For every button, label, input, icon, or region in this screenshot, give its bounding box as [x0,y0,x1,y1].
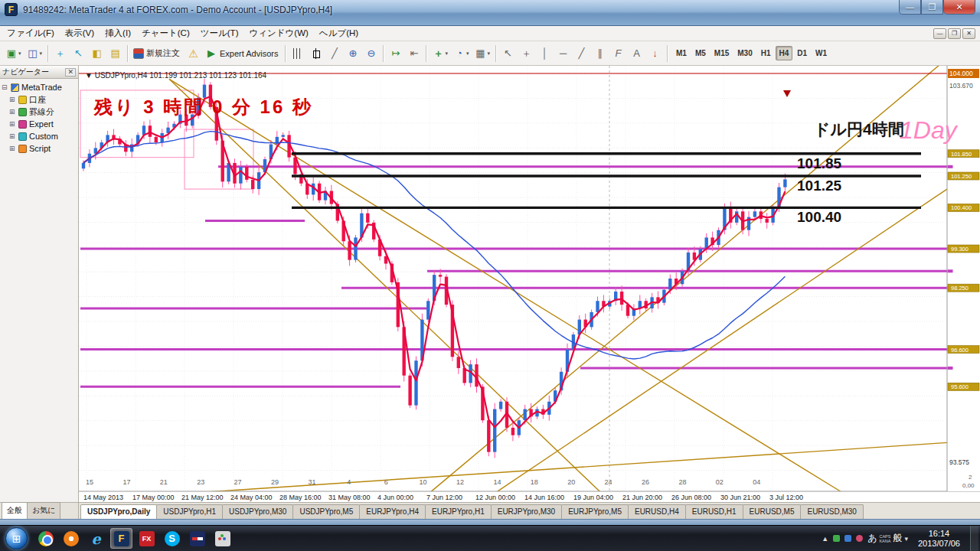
chart-tab-eurusd-h1[interactable]: EURUSD,H1 [685,504,743,519]
menu-item-5[interactable]: ウィンドウ(W) [243,26,313,41]
timeframe-button-h1[interactable]: H1 [757,46,775,60]
menu-item-0[interactable]: ファイル(F) [2,26,60,41]
channel-tool-button[interactable]: ∥ [591,44,609,63]
cursor-tool-button[interactable]: ↖ [499,44,517,63]
chart-tab-usdjpypro-m30[interactable]: USDJPYpro,M30 [222,504,293,519]
ime-input-mode[interactable]: あ [867,532,877,545]
vertical-line-tool-button[interactable]: │ [536,44,554,63]
tree-item-expert-advisors[interactable]: ⊞ Expert [2,118,78,130]
close-button[interactable]: ✕ [943,0,975,15]
chart-tab-eurjpypro-h4[interactable]: EURJPYpro,H4 [359,504,426,519]
svg-text:23: 23 [197,478,204,486]
chart-tab-eurjpypro-m30[interactable]: EURJPYpro,M30 [491,504,562,519]
mdi-restore-button[interactable]: ❐ [948,28,961,39]
minimize-button[interactable]: — [899,0,921,15]
taskbar-media-player-icon[interactable] [60,528,82,549]
new-chart-button[interactable]: ▣▾ [3,44,24,63]
tree-item-custom-indicators[interactable]: ⊞ Custom [2,130,78,142]
volume-tray-icon[interactable] [856,535,863,542]
tree-item-scripts[interactable]: ⊞ Script [2,142,78,155]
taskbar-skype-icon[interactable]: S [161,528,183,549]
indicators-button[interactable]: ＋▾ [430,44,450,63]
timeframe-button-m5[interactable]: M5 [691,46,710,60]
menu-item-4[interactable]: ツール(T) [195,26,244,41]
maximize-button[interactable]: ❐ [921,0,943,15]
crosshair-tool-button[interactable]: ＋ [518,44,535,63]
svg-text:15: 15 [86,478,93,486]
chart-tab-eurusd-m30[interactable]: EURUSD,M30 [800,504,863,519]
zoom-in-button[interactable]: ⊕ [344,44,361,63]
tree-item-indicators[interactable]: ⊞ 罫線分 [2,106,78,118]
chart-tab-usdjpypro-daily[interactable]: USDJPYpro,Daily [80,504,157,519]
svg-text:101.250: 101.250 [951,173,972,180]
navigator-tab-common[interactable]: 全般 [2,502,28,519]
svg-text:10: 10 [420,478,427,486]
menu-item-3[interactable]: チャート(C) [136,26,195,41]
indicators-icon: ＋ [432,47,444,60]
tree-root-metatrader[interactable]: ⊟ MetaTrade [2,81,78,93]
chart-tab-eurjpypro-h1[interactable]: EURJPYpro,H1 [425,504,492,519]
text-tool-button[interactable]: A [628,44,645,63]
mdi-minimize-button[interactable]: — [933,28,946,39]
horizontal-line-tool-button[interactable]: ─ [554,44,572,63]
market-watch-button[interactable]: ＋ [51,44,69,63]
candlestick-type-button[interactable] [307,44,325,63]
expert-advisors-icon: ▶ [205,47,217,60]
chart-window[interactable]: 101.85101.25100.401517212327293146101214… [79,66,980,502]
navigator-button[interactable]: ↖ [70,44,87,63]
chart-tab-eurusd-m5[interactable]: EURUSD,M5 [743,504,802,519]
timeframe-button-h4[interactable]: H4 [776,46,793,60]
menu-bar: ファイル(F)表示(V)挿入(I)チャート(C)ツール(T)ウィンドウ(W)ヘル… [0,26,980,41]
trendline-tool-button[interactable]: ╱ [573,44,590,63]
timeframe-button-m15[interactable]: M15 [710,46,733,60]
network-tray-icon[interactable] [844,535,851,542]
chart-tab-usdjpypro-h1[interactable]: USDJPYpro,H1 [156,504,223,519]
menu-item-1[interactable]: 表示(V) [60,26,100,41]
ime-language-bar[interactable]: あ CAPS KANA 般 ▾ [867,532,908,545]
navigator-close-icon[interactable]: ✕ [65,68,76,77]
hidden-icons-arrow[interactable]: ▲ [822,535,828,543]
new-order-button[interactable]: 新規注文 [131,44,184,63]
data-window-button[interactable]: ◧ [88,44,106,63]
profiles-button[interactable]: ◫▾ [24,44,45,63]
taskbar-chrome-icon[interactable] [34,528,57,549]
ime-conversion-mode[interactable]: 般 [893,532,902,545]
start-button[interactable]: ⊞ [5,527,28,549]
timeframe-button-d1[interactable]: D1 [793,46,811,60]
taskbar-clock[interactable]: 16:14 2013/07/06 [913,529,965,548]
fibonacci-tool-button[interactable]: F [609,44,627,63]
chart-tab-eurjpypro-m5[interactable]: EURJPYpro,M5 [561,504,629,519]
chart-tab-usdjpypro-m5[interactable]: USDJPYpro,M5 [292,504,360,519]
taskbar-internet-explorer-icon[interactable]: e [85,528,107,549]
arrows-tool-button[interactable]: ↓ [646,44,664,63]
price-chart[interactable]: 101.85101.25100.401517212327293146101214… [79,66,980,502]
taskbar-paint-icon[interactable] [211,528,234,549]
svg-text:17: 17 [122,478,130,486]
zoom-out-button[interactable]: ⊖ [362,44,380,63]
expert-advisors-button[interactable]: ▶Expert Advisors [203,44,282,63]
periods-button[interactable]: ◔▾ [451,44,472,63]
taskbar-trading-app-icon[interactable] [186,528,208,549]
mdi-close-button[interactable]: ✕ [962,28,975,39]
taskbar-fx-app-icon[interactable]: FX [136,528,158,549]
bar-chart-type-button[interactable] [289,44,306,63]
taskbar-metatrader-icon[interactable]: F [110,528,132,549]
terminal-button[interactable]: ▤ [106,44,124,63]
chart-tab-eurusd-h4[interactable]: EURUSD,H4 [628,504,686,519]
navigator-tab-favorites[interactable]: お気に [27,502,60,519]
tree-item-accounts[interactable]: ⊞ 口座 [2,93,78,106]
timeframe-button-m30[interactable]: M30 [733,46,756,60]
templates-button[interactable]: ▦▾ [472,44,492,63]
chart-shift-button[interactable]: ⇤ [405,44,423,63]
timeframe-button-w1[interactable]: W1 [812,46,831,60]
alert-button[interactable]: ⚠ [185,44,202,63]
svg-text:21 May 12:00: 21 May 12:00 [181,494,224,501]
timeframe-button-m1[interactable]: M1 [672,46,691,60]
menu-item-2[interactable]: 挿入(I) [100,26,136,41]
antivirus-tray-icon[interactable] [833,535,840,542]
menu-item-6[interactable]: ヘルプ(H) [314,26,364,41]
chart-shift-icon: ⇤ [408,47,420,60]
show-desktop-button[interactable] [970,526,978,551]
auto-scroll-button[interactable]: ↦ [387,44,404,63]
line-chart-type-button[interactable]: ╱ [325,44,343,63]
